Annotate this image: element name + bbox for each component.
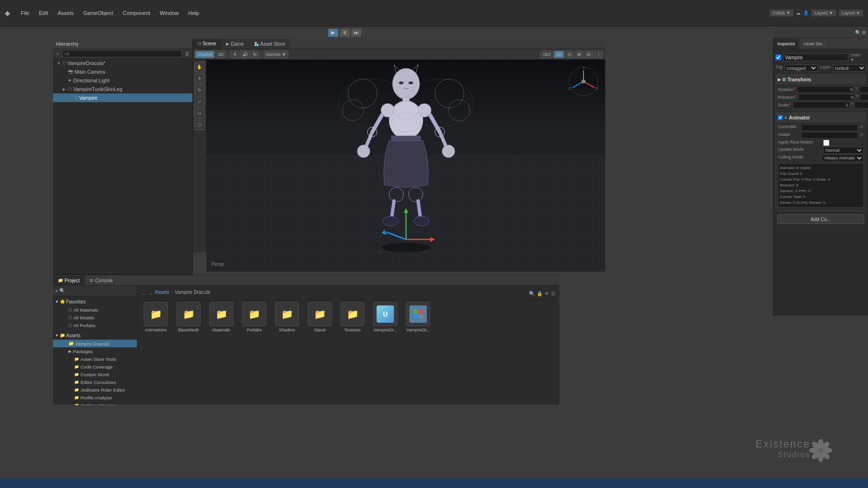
pause-button[interactable]: ⏸ [339,28,350,37]
hier-item-camera[interactable]: 📷 Main Camera [53,67,192,76]
menu-help[interactable]: Help [185,9,202,17]
menu-component[interactable]: Component [120,9,153,17]
proj-eye-icon[interactable]: 👁 [544,291,549,296]
pos-x-input[interactable] [797,86,854,93]
rect-tool[interactable]: ▭ [194,108,205,119]
vampire-dracula-leaf[interactable]: 📁 Vampire Dracula [53,340,137,347]
menu-file[interactable]: File [18,9,32,17]
proj-forward-btn[interactable]: → [148,291,153,296]
persp-btn[interactable]: ⊡ [565,51,574,58]
pkg-profile[interactable]: 📁 Profile Analyzer [53,394,137,401]
proj-search-icon[interactable]: 🔍 [59,288,65,293]
update-mode-select[interactable]: Normal [823,147,864,154]
packages-leaf[interactable]: ▶ Packages [53,347,137,355]
viewport-3d[interactable]: Y X Z Persp [206,60,605,272]
rot-y-input[interactable] [860,94,868,101]
2d-btn[interactable]: 2D [216,51,226,58]
asset-textures[interactable]: 📁 Textures [338,302,367,332]
utility-settings-icon[interactable]: ⚙ [862,30,866,35]
object-active-checkbox[interactable] [775,54,781,60]
proj-lock-icon[interactable]: 🔒 [537,291,542,296]
lighting-btn[interactable]: ☀ [231,51,239,58]
avatar-input[interactable] [801,132,858,139]
pkg-editor-coroutines[interactable]: 📁 Editor Coroutines [53,378,137,386]
layers-btn[interactable]: Layers ▼ [812,10,836,16]
move-tool[interactable]: ✛ [194,73,205,84]
object-name-input[interactable] [783,53,848,61]
pos-y-input[interactable] [859,86,868,93]
hier-item-dracula[interactable]: ▼ ⬡ VampireDracula* [53,59,192,67]
iso-btn[interactable]: ISO [541,51,553,58]
favorites-header[interactable]: ▼ ⭐ Favorites [53,297,137,306]
asset-prefabs[interactable]: 📁 Prefabs [240,302,269,332]
asset-stand[interactable]: 📁 Stand [305,302,334,332]
asset-store-tab[interactable]: 🏪 Asset Store [249,39,291,49]
asset-vampiredr2[interactable]: VampireDr... [404,302,433,332]
all-models-leaf[interactable]: ⬡ All Models [53,314,137,321]
asset-animations[interactable]: 📁 Animations [141,302,170,332]
menu-window[interactable]: Window [157,9,181,17]
layout-btn[interactable]: Layout ▼ [839,10,863,16]
fx-btn[interactable]: fx [251,51,259,58]
assets-header[interactable]: ▼ 📁 Assets [53,331,137,340]
animator-active-checkbox[interactable] [778,115,783,120]
layer-select[interactable]: Default [833,65,866,72]
menu-assets[interactable]: Assets [55,9,77,17]
pkg-asset-store[interactable]: 📁 Asset Store Tools [53,355,137,363]
hier-item-light[interactable]: ✦ Directional Light [53,76,192,85]
root-motion-checkbox[interactable] [823,140,829,146]
game-tab[interactable]: ▶ Game [221,39,249,49]
shaded-btn[interactable]: Shaded [195,51,215,58]
pkg-custom-nunit[interactable]: 📁 Custom NUnit [53,370,137,378]
pkg-jetbrains[interactable]: 📁 JetBrains Rider Editor [53,386,137,394]
hier-filter-btn[interactable]: ☰ [184,51,190,57]
hierarchy-search[interactable] [62,50,182,57]
step-button[interactable]: ⏭ [351,28,362,37]
wire-btn[interactable]: ⊟ [584,51,593,58]
culling-mode-select[interactable]: Always Animate [822,155,864,161]
utility-search-icon[interactable]: 🔍 [855,30,861,35]
hier-item-vampire[interactable]: ⬡ Vampire [53,93,192,102]
asset-store-insp-tab[interactable]: Asset Sto... [800,39,830,49]
proj-more-icon[interactable]: ☰ [551,291,556,296]
scene-tab[interactable]: ⬡ Scene [193,39,221,49]
gizmos-btn[interactable]: Gizmos ▼ [264,51,289,58]
hier-item-tunic[interactable]: ▶ ⬡ VampireTunikSkinLeg [53,85,192,93]
animator-header[interactable]: ✓ Animator [776,113,866,122]
breadcrumb-assets[interactable]: Assets [155,290,169,295]
sc-x-input[interactable] [793,102,850,108]
proj-search-icon-right[interactable]: 🔍 [529,291,535,296]
proj-back-btn[interactable]: ← [141,291,146,296]
menu-edit[interactable]: Edit [36,9,51,17]
play-button[interactable]: ▶ [328,28,339,37]
sc-y-input[interactable] [854,102,868,108]
pkg-code-cov[interactable]: 📁 Code Coverage [53,363,137,370]
console-tab[interactable]: ⊟ Console [85,276,118,285]
all-materials-leaf[interactable]: ⬡ All Materials [53,306,137,314]
more-btn[interactable]: ⋮ [594,51,603,58]
rot-x-input[interactable] [798,94,855,101]
controller-input[interactable] [801,124,858,131]
hier-add-btn[interactable]: + [55,51,60,57]
account-btn[interactable]: 👤 [803,11,809,15]
tag-select[interactable]: Untagged [785,65,818,72]
scale-tool[interactable]: ⤢ [194,96,205,107]
controller-picker-btn[interactable]: ⊙ [860,124,864,131]
transform-tool[interactable]: ⬡ [194,119,205,130]
collab-btn[interactable]: Collab ▼ [770,10,793,16]
inspector-tab[interactable]: Inspector [773,39,800,49]
rotate-tool[interactable]: ↻ [194,85,205,95]
all-prefabs-leaf[interactable]: ⬡ All Prefabs [53,321,137,329]
proj-add-btn[interactable]: + [55,288,58,294]
menu-gameobject[interactable]: GameObject [81,9,116,17]
asset-vampiredr1[interactable]: U VampireDr... [371,302,400,332]
transform-header[interactable]: ▶ ⊞ Transform [776,75,866,84]
asset-shaders[interactable]: 📁 Shaders [272,302,301,332]
pkg-settings[interactable]: 📁 Settings Manager [53,401,137,405]
avatar-picker-btn[interactable]: ⊙ [860,132,864,139]
asset-materials[interactable]: 📁 Materials [207,302,236,332]
audio-btn[interactable]: 🔊 [240,51,250,58]
cloud-btn[interactable]: ☁ [796,11,800,15]
asset-basemesh[interactable]: 📁 BaseMesh [174,302,203,332]
add-component-button[interactable]: Add Co... [777,214,864,224]
